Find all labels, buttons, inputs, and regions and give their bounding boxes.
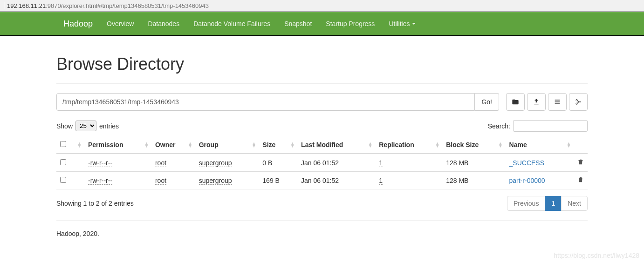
url-rest: :9870/explorer.html#/tmp/temp1346580531/…: [46, 2, 209, 9]
folder-open-icon: [512, 98, 519, 106]
show-label: Show: [56, 122, 73, 130]
replication[interactable]: 1: [379, 177, 383, 185]
last-modified: Jan 06 01:52: [297, 154, 375, 172]
owner[interactable]: root: [155, 177, 166, 185]
table-row: -rw-r--r-- root supergroup 169 B Jan 06 …: [56, 172, 588, 189]
entries-label: entries: [99, 122, 119, 130]
replication[interactable]: 1: [379, 159, 383, 167]
permission[interactable]: -rw-r--r--: [88, 177, 112, 185]
col-replication[interactable]: Replication▲▼: [375, 136, 442, 154]
list-button[interactable]: [548, 93, 567, 111]
nav-utilities-label: Utilities: [389, 20, 410, 27]
file-table: ▲▼ Permission▲▼ Owner▲▼ Group▲▼ Size▲▼ L…: [56, 136, 588, 189]
page-size-select[interactable]: 25: [75, 121, 96, 131]
search-label: Search:: [488, 122, 510, 130]
nav-startup-progress[interactable]: Startup Progress: [319, 12, 382, 35]
info-text: Showing 1 to 2 of 2 entries: [56, 200, 134, 207]
nav-utilities[interactable]: Utilities: [382, 12, 422, 35]
col-name[interactable]: Name▲▼: [506, 136, 574, 154]
navbar: Hadoop Overview Datanodes Datanode Volum…: [0, 12, 644, 36]
divider: [56, 83, 588, 84]
permission[interactable]: -rw-r--r--: [88, 159, 112, 167]
trash-icon[interactable]: [577, 176, 584, 183]
size: 169 B: [259, 172, 297, 189]
table-row: -rw-r--r-- root supergroup 0 B Jan 06 01…: [56, 154, 588, 172]
col-last-modified[interactable]: Last Modified▲▼: [297, 136, 375, 154]
url-bar: 192.168.11.21:9870/explorer.html#/tmp/te…: [0, 0, 644, 12]
col-size[interactable]: Size▲▼: [259, 136, 297, 154]
next-button[interactable]: Next: [561, 196, 588, 211]
url-host: 192.168.11.21: [7, 2, 46, 9]
sort-icon[interactable]: ▲▼: [77, 142, 82, 148]
scissors-icon: [575, 98, 582, 106]
cut-button[interactable]: [569, 93, 588, 111]
footer-text: Hadoop, 2020.: [56, 230, 588, 237]
nav-datanode-volume-failures[interactable]: Datanode Volume Failures: [186, 12, 277, 35]
group[interactable]: supergroup: [199, 159, 232, 167]
col-block-size[interactable]: Block Size▲▼: [442, 136, 505, 154]
col-group[interactable]: Group▲▼: [195, 136, 259, 154]
last-modified: Jan 06 01:52: [297, 172, 375, 189]
trash-icon[interactable]: [577, 159, 584, 165]
new-folder-button[interactable]: [506, 93, 525, 111]
file-link[interactable]: part-r-00000: [509, 177, 545, 184]
nav-overview[interactable]: Overview: [100, 12, 141, 35]
block-size: 128 MB: [442, 154, 505, 172]
size: 0 B: [259, 154, 297, 172]
block-size: 128 MB: [442, 172, 505, 189]
upload-button[interactable]: [527, 93, 546, 111]
chevron-down-icon: [412, 23, 416, 25]
group[interactable]: supergroup: [199, 177, 232, 185]
col-permission[interactable]: Permission▲▼: [84, 136, 151, 154]
path-input[interactable]: [56, 93, 475, 111]
pagination: Previous 1 Next: [507, 196, 588, 211]
go-button[interactable]: Go!: [475, 93, 499, 111]
select-all-checkbox[interactable]: [60, 141, 66, 147]
page-1-button[interactable]: 1: [545, 196, 562, 211]
page-title: Browse Directory: [56, 54, 588, 74]
brand[interactable]: Hadoop: [56, 19, 100, 29]
prev-button[interactable]: Previous: [507, 196, 545, 211]
row-checkbox[interactable]: [60, 177, 66, 183]
search-input[interactable]: [513, 120, 588, 132]
upload-icon: [533, 98, 540, 106]
row-checkbox[interactable]: [60, 159, 66, 165]
owner[interactable]: root: [155, 159, 166, 167]
col-owner[interactable]: Owner▲▼: [151, 136, 195, 154]
list-icon: [554, 98, 561, 106]
file-link[interactable]: _SUCCESS: [509, 159, 544, 167]
nav-datanodes[interactable]: Datanodes: [141, 12, 186, 35]
nav-snapshot[interactable]: Snapshot: [277, 12, 319, 35]
divider: [56, 220, 588, 221]
